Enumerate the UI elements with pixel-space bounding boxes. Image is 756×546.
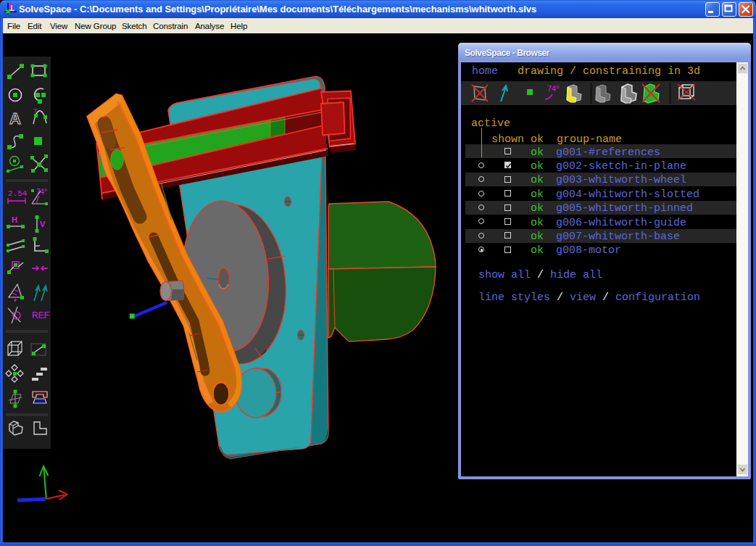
svg-text:74°: 74° — [547, 84, 560, 93]
